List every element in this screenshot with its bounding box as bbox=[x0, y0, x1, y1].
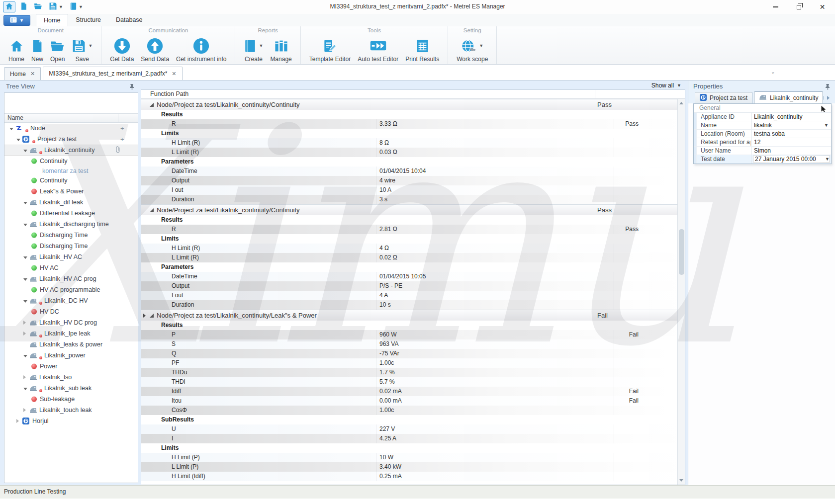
result-row[interactable]: DateTime01/04/2015 10:05 bbox=[141, 272, 677, 281]
chevron-down-icon[interactable]: ▼ bbox=[479, 43, 483, 48]
tree-item[interactable]: HV AC programmable bbox=[4, 284, 138, 295]
result-row[interactable]: I4.25 A bbox=[141, 434, 677, 443]
tree-item[interactable]: Power bbox=[4, 361, 138, 372]
result-row[interactable]: L Limit (R)0.02 Ω bbox=[141, 253, 677, 262]
expander-open-icon[interactable] bbox=[9, 128, 13, 132]
manage-button[interactable]: Manage bbox=[267, 36, 295, 63]
minimize-button[interactable] bbox=[764, 0, 787, 14]
add-button[interactable]: + bbox=[120, 136, 124, 143]
tree-item[interactable]: Likalnik_leaks & power bbox=[4, 339, 138, 350]
property-row[interactable]: User NameSimon bbox=[694, 147, 831, 155]
add-button[interactable]: + bbox=[120, 125, 124, 132]
result-row[interactable]: H Limit (R)8 Ω bbox=[141, 138, 677, 148]
property-row[interactable]: Namelikalnik▼ bbox=[694, 121, 831, 130]
work-scope-button[interactable]: ▼Work scope bbox=[453, 36, 491, 63]
pin-icon[interactable] bbox=[129, 83, 135, 92]
close-icon[interactable]: ✕ bbox=[172, 71, 176, 77]
chevron-down-icon[interactable]: ▼ bbox=[824, 123, 829, 128]
expander-open-icon[interactable] bbox=[23, 388, 27, 392]
result-row[interactable]: CosΦ1.00c bbox=[141, 406, 677, 415]
tree-item[interactable]: Likalnik_continuity bbox=[4, 145, 138, 156]
tree-item[interactable]: komentar za test bbox=[4, 167, 138, 175]
result-row[interactable]: OutputP/S - PE bbox=[141, 281, 677, 291]
tree-item[interactable]: Likalnik_discharging time bbox=[4, 219, 138, 230]
result-row[interactable]: S963 VA bbox=[141, 339, 677, 349]
property-row[interactable]: Test date27 January 2015 00:00▼ bbox=[694, 155, 831, 164]
property-section-header[interactable]: General bbox=[694, 104, 831, 113]
new-file-quick-button[interactable] bbox=[19, 1, 29, 12]
group-expander-icon[interactable] bbox=[150, 208, 154, 212]
open-folder-quick-button[interactable] bbox=[32, 1, 44, 12]
tree-item[interactable]: Likalnik_HV AC prog bbox=[4, 273, 138, 284]
scrollbar-thumb[interactable] bbox=[679, 229, 684, 275]
tree-item[interactable]: Likalnik_HV AC bbox=[4, 252, 138, 262]
expander-open-icon[interactable] bbox=[23, 300, 27, 305]
result-row[interactable]: H Limit (P)10 W bbox=[141, 453, 677, 462]
tree-item[interactable]: Discharging Time bbox=[4, 241, 138, 252]
tree-item[interactable]: Likalnik_sub leak bbox=[4, 383, 138, 394]
tree-item[interactable]: Likalnik_DC HV bbox=[4, 295, 138, 306]
expander-closed-icon[interactable] bbox=[23, 408, 28, 412]
result-row[interactable]: H Limit (Idiff)0.25 mA bbox=[141, 472, 677, 481]
ribbon-tab-database[interactable]: Database bbox=[108, 14, 150, 26]
tab-overflow-chevron-icon[interactable]: ⌄ bbox=[771, 69, 775, 75]
scroll-up-arrow-icon[interactable] bbox=[678, 99, 685, 106]
chevron-down-icon[interactable]: ▼ bbox=[88, 43, 93, 48]
property-value[interactable]: 27 January 2015 00:00 bbox=[753, 156, 830, 163]
result-row[interactable]: Output4 wire bbox=[141, 176, 677, 185]
tree-item[interactable]: Leak"s & Power bbox=[4, 186, 138, 197]
tree-item[interactable]: Likalnik_power bbox=[4, 350, 138, 361]
result-group-header[interactable]: Node/Project za test/Likalnik_continuity… bbox=[141, 310, 677, 321]
tree-item[interactable]: Likalnik_touch leak bbox=[4, 405, 138, 416]
ribbon-tab-home[interactable]: Home bbox=[36, 14, 68, 26]
tree-column-header[interactable]: Name bbox=[4, 113, 138, 123]
property-row[interactable]: Location (Room)testna soba bbox=[694, 130, 831, 138]
result-group-header[interactable]: Node/Project za test/Likalnik_continuity… bbox=[141, 204, 677, 215]
send-data-button[interactable]: Send Data bbox=[137, 36, 173, 63]
result-row[interactable]: L Limit (P)3.40 kW bbox=[141, 462, 677, 472]
group-expander-icon[interactable] bbox=[150, 103, 154, 107]
app-menu-button[interactable]: ▼ bbox=[3, 15, 30, 26]
home-quick-button[interactable] bbox=[3, 1, 15, 12]
close-button[interactable]: ✕ bbox=[811, 0, 834, 14]
property-value[interactable]: likalnik bbox=[754, 121, 823, 129]
template-editor-button[interactable]: Template Editor bbox=[306, 36, 354, 63]
result-row[interactable]: Q-75 VAr bbox=[141, 349, 677, 358]
tree-item[interactable]: Likalnik_Ipe leak bbox=[4, 328, 138, 339]
expander-closed-icon[interactable] bbox=[23, 321, 28, 325]
expander-open-icon[interactable] bbox=[23, 150, 27, 154]
print-results-button[interactable]: Print Results bbox=[402, 36, 443, 63]
home-button[interactable]: Home bbox=[5, 36, 28, 63]
tree-item[interactable]: Likalnik_dif leak bbox=[4, 197, 138, 208]
tree-item[interactable]: Node+ bbox=[4, 123, 138, 134]
scroll-down-arrow-icon[interactable] bbox=[678, 477, 685, 484]
chevron-down-icon[interactable]: ▼ bbox=[59, 4, 63, 9]
tree-item[interactable]: Discharging Time bbox=[4, 230, 138, 241]
result-row[interactable]: I out10 A bbox=[141, 185, 677, 195]
function-path-header[interactable]: Function Path bbox=[141, 90, 685, 99]
close-icon[interactable]: ✕ bbox=[30, 71, 35, 77]
tree-item[interactable]: HV AC bbox=[4, 262, 138, 273]
collapsed-marker-icon[interactable] bbox=[143, 314, 148, 318]
result-row[interactable]: I out4 A bbox=[141, 291, 677, 300]
chevron-down-icon[interactable]: ▼ bbox=[259, 43, 263, 48]
tree-item[interactable]: Sub-leakage bbox=[4, 394, 138, 405]
result-group-header[interactable]: Node/Project za test/Likalnik_continuity… bbox=[141, 99, 677, 110]
result-row[interactable]: DateTime01/04/2015 10:04 bbox=[141, 167, 677, 176]
expander-open-icon[interactable] bbox=[16, 139, 20, 143]
result-row[interactable]: THDu1.7 % bbox=[141, 368, 677, 377]
result-row[interactable]: P960 WFail bbox=[141, 330, 677, 339]
expander-open-icon[interactable] bbox=[23, 355, 27, 359]
result-row[interactable]: Itou0.00 mAFail bbox=[141, 396, 677, 406]
chevron-right-icon[interactable] bbox=[827, 96, 832, 100]
tree-item[interactable]: Continuity bbox=[4, 175, 138, 186]
properties-tab[interactable]: Project za test bbox=[695, 92, 752, 103]
document-tab[interactable]: MI3394_struktura_test_z meritvami_2.padf… bbox=[43, 67, 182, 80]
group-expander-icon[interactable] bbox=[150, 314, 154, 318]
pin-icon[interactable] bbox=[825, 83, 831, 92]
properties-tab[interactable]: Likalnik_continuity bbox=[754, 91, 823, 103]
save-button[interactable]: ▼Save bbox=[68, 36, 96, 63]
tree-item[interactable]: HV DC bbox=[4, 306, 138, 317]
expander-open-icon[interactable] bbox=[23, 202, 27, 206]
result-row[interactable]: Idiff0.02 mAFail bbox=[141, 387, 677, 396]
